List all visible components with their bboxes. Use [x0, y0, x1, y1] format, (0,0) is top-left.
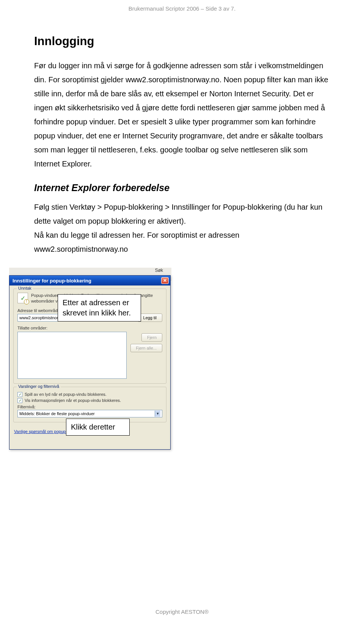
checkbox-sound-row[interactable]: ✓ Spill av en lyd når et popup-vindu blo… — [17, 392, 162, 397]
popup-settings-screenshot: Søk Innstillinger for popup-blokkering ✕… — [0, 268, 171, 450]
section1-body: Før du logger inn må vi sørge for å godk… — [34, 59, 330, 171]
search-label: Søk — [155, 268, 163, 273]
info-icon: ! — [17, 293, 28, 303]
callout-click-next: Klikk deretter — [66, 419, 130, 436]
filter-level-label: Filternivå: — [17, 405, 162, 409]
document-content: Innlogging Før du logger inn må vi sørge… — [0, 12, 364, 450]
remove-button[interactable]: Fjern — [141, 333, 162, 342]
dialog-title: Innstillinger for popup-blokkering — [13, 278, 91, 284]
group-varslinger-title: Varslinger og filternivå — [17, 384, 61, 389]
section2-title: Internet Explorer forberedelse — [34, 182, 330, 193]
allowed-sites-label: Tillatte områder: — [17, 326, 162, 330]
checkbox-icon[interactable]: ✓ — [17, 398, 22, 403]
add-button[interactable]: Legg til — [138, 314, 162, 322]
group-unntak-title: Unntak — [17, 286, 33, 290]
page-footer: Copyright AESTON® — [0, 609, 364, 615]
filter-level-value: Middels: Blokker de fleste popup-vinduer — [19, 411, 95, 416]
callout-add-address: Etter at adressen er skrevet inn klikk h… — [58, 294, 141, 322]
checkbox-infobar-label: Vis informasjonslinjen når et popup-vind… — [25, 398, 121, 403]
allowed-sites-listbox[interactable] — [17, 332, 127, 379]
close-icon[interactable]: ✕ — [161, 277, 169, 284]
section1-title: Innlogging — [34, 35, 330, 48]
filter-level-select[interactable]: Middels: Blokker de fleste popup-vinduer… — [17, 410, 162, 417]
remove-all-button[interactable]: Fjern alle... — [130, 344, 162, 352]
checkbox-infobar-row[interactable]: ✓ Vis informasjonslinjen når et popup-vi… — [17, 398, 162, 403]
page-header: Brukermanual Scriptor 2006 – Side 3 av 7… — [0, 0, 364, 12]
dialog-titlebar[interactable]: Innstillinger for popup-blokkering ✕ — [9, 276, 170, 285]
chevron-down-icon: ▼ — [155, 411, 160, 417]
section2-body: Følg stien Verktøy > Popup-blokkering > … — [34, 200, 330, 256]
checkbox-sound-label: Spill av en lyd når et popup-vindu blokk… — [25, 392, 107, 397]
page-bg-strip — [0, 268, 9, 450]
checkbox-icon[interactable]: ✓ — [17, 392, 22, 397]
group-varslinger: Varslinger og filternivå ✓ Spill av en l… — [13, 387, 166, 422]
